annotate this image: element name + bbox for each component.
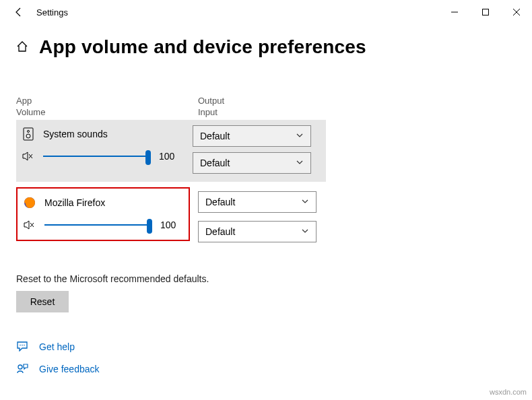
- get-help-label: Get help: [39, 341, 75, 352]
- reset-section: Reset to the Microsoft recommended defau…: [16, 273, 516, 312]
- window-controls: [439, 0, 532, 24]
- give-feedback-link[interactable]: Give feedback: [16, 363, 516, 376]
- volume-slider-system[interactable]: [43, 149, 149, 163]
- volume-value-firefox: 100: [160, 220, 176, 230]
- chevron-down-icon: [301, 197, 309, 207]
- app-block-firefox: Mozilla Firefox 100: [16, 187, 190, 241]
- maximize-button[interactable]: [470, 0, 501, 24]
- chevron-down-icon: [301, 226, 309, 237]
- input-select-firefox[interactable]: Default: [198, 221, 317, 242]
- back-button[interactable]: [5, 0, 32, 24]
- svg-point-6: [26, 134, 30, 138]
- column-headers: App Volume Output Input: [16, 96, 516, 119]
- output-select-system[interactable]: Default: [193, 125, 311, 147]
- app-block-system-sounds: System sounds 100 Default: [16, 120, 326, 182]
- minimize-button[interactable]: [439, 0, 470, 24]
- svg-point-14: [24, 344, 25, 345]
- app-name-firefox: Mozilla Firefox: [44, 197, 105, 208]
- window-title: Settings: [36, 7, 68, 18]
- get-help-link[interactable]: Get help: [16, 341, 516, 354]
- svg-rect-1: [483, 9, 489, 15]
- col-output-label: Output: [198, 96, 224, 107]
- svg-point-15: [18, 365, 22, 369]
- output-select-firefox[interactable]: Default: [198, 191, 317, 213]
- reset-description: Reset to the Microsoft recommended defau…: [16, 273, 516, 284]
- volume-value-system: 100: [159, 151, 174, 162]
- close-button[interactable]: [501, 0, 532, 24]
- col-app-label-1: App: [16, 96, 198, 107]
- feedback-icon: [16, 363, 30, 376]
- col-input-label: Input: [198, 107, 224, 119]
- mute-toggle-system[interactable]: [22, 151, 35, 162]
- svg-point-13: [22, 344, 23, 345]
- titlebar: Settings: [0, 0, 532, 24]
- output-value-firefox: Default: [205, 197, 235, 207]
- speaker-device-icon: [22, 127, 35, 141]
- page-header: App volume and device preferences: [0, 24, 532, 63]
- col-app-label-2: Volume: [16, 107, 198, 119]
- input-value-firefox: Default: [205, 226, 235, 237]
- give-feedback-label: Give feedback: [39, 364, 100, 374]
- app-name-system: System sounds: [43, 129, 108, 139]
- input-select-system[interactable]: Default: [193, 152, 311, 174]
- chat-help-icon: [16, 341, 30, 354]
- watermark: wsxdn.com: [490, 388, 527, 396]
- page-title: App volume and device preferences: [39, 36, 366, 58]
- svg-point-12: [20, 344, 21, 345]
- volume-slider-firefox[interactable]: [44, 218, 151, 232]
- firefox-icon: [23, 196, 36, 209]
- reset-button[interactable]: Reset: [16, 291, 69, 312]
- chevron-down-icon: [296, 131, 304, 141]
- home-icon[interactable]: [16, 40, 28, 55]
- mute-toggle-firefox[interactable]: [23, 220, 36, 230]
- svg-point-5: [28, 130, 30, 132]
- input-value-system: Default: [200, 158, 230, 168]
- footer-links: Get help Give feedback: [16, 341, 516, 376]
- output-value-system: Default: [200, 131, 230, 141]
- chevron-down-icon: [296, 158, 304, 168]
